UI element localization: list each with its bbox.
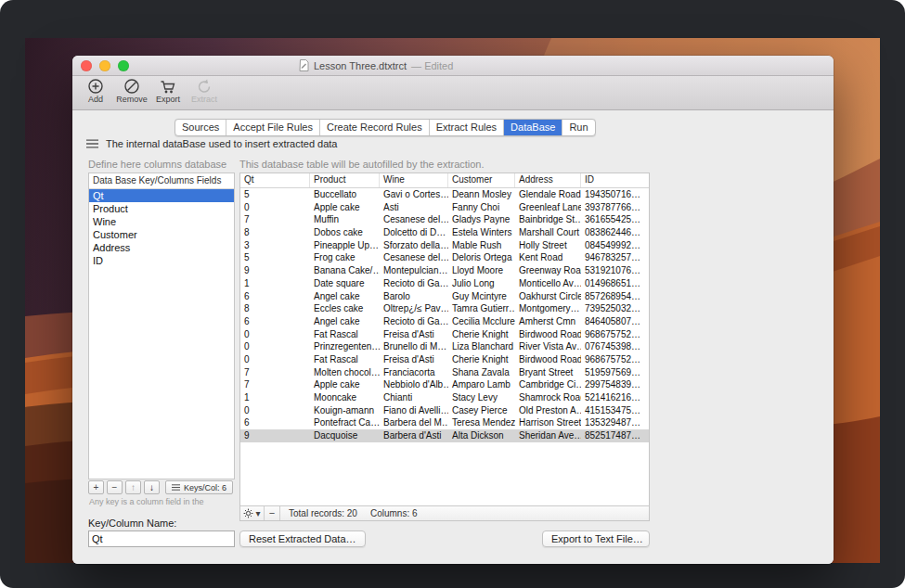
close-button[interactable] xyxy=(81,60,92,71)
table-cell: Date square xyxy=(310,277,380,290)
table-row[interactable]: 5BuccellatoGavi o Cortes…Deann MosleyGle… xyxy=(240,188,649,201)
field-row-product[interactable]: Product xyxy=(89,202,234,215)
table-row[interactable]: 6Angel cakeRecioto di Ga…Cecilia Mcclure… xyxy=(240,315,649,328)
table-cell: Franciacorta xyxy=(380,366,448,379)
table-cell: 0 xyxy=(240,201,310,214)
zoom-button[interactable] xyxy=(118,60,129,71)
table-cell: Mable Rush xyxy=(448,239,515,252)
tab-extract-rules[interactable]: Extract Rules xyxy=(430,120,504,135)
tab-database[interactable]: DataBase xyxy=(504,120,562,135)
table-cell: Cherie Knight xyxy=(448,328,515,341)
table-cell: Frog cake xyxy=(310,251,380,264)
table-cell: 6 xyxy=(240,315,310,328)
table-row[interactable]: 7MuffinCesanese del…Gladys PayneBainbrid… xyxy=(240,213,649,226)
table-cell: Oakhurst Circle xyxy=(515,290,581,303)
refresh-icon xyxy=(195,78,213,96)
table-cell: Holly Street xyxy=(515,239,581,252)
minimize-button[interactable] xyxy=(99,60,110,71)
info-bar: The internal dataBase used to insert ext… xyxy=(86,138,338,149)
key-column-name-input[interactable] xyxy=(88,530,235,547)
add-field-button[interactable]: + xyxy=(88,480,104,494)
field-row-customer[interactable]: Customer xyxy=(89,228,234,241)
tab-run[interactable]: Run xyxy=(562,120,594,135)
export-to-text-file-button[interactable]: Export to Text File… xyxy=(542,530,650,547)
table-row[interactable]: 0Prinzregenten…Brunello di M…Liza Blanch… xyxy=(240,340,649,353)
table-actions-button[interactable]: ▾ xyxy=(240,506,265,520)
table-row[interactable]: 3Pineapple Up…Sforzato della…Mable RushH… xyxy=(240,239,649,252)
table-row[interactable]: 9Banana Cake/…Montepulcian…Lloyd MooreGr… xyxy=(240,264,649,277)
tab-create-record-rules[interactable]: Create Record Rules xyxy=(320,120,430,135)
table-row[interactable]: 0Kouign-amannFiano di Avelli…Casey Pierc… xyxy=(240,404,649,417)
db-status-bar: ▾ − Total records: 20 Columns: 6 xyxy=(240,505,649,520)
table-cell: 521416216… xyxy=(581,391,649,404)
remove-button-label: Remove xyxy=(116,95,148,104)
column-header-wine[interactable]: Wine xyxy=(380,173,448,187)
table-cell: Harrison Street xyxy=(515,416,581,429)
table-cell: 0 xyxy=(240,404,310,417)
add-button[interactable]: Add xyxy=(80,78,111,104)
table-cell: Pineapple Up… xyxy=(310,239,380,252)
export-button[interactable]: Export xyxy=(152,78,184,104)
table-row[interactable]: 7Apple cakeNebbiolo d'Alb…Amparo LambCam… xyxy=(240,378,649,391)
fields-list-header[interactable]: Data Base Key/Columns Fields xyxy=(89,173,234,189)
fields-list-controls: + − ↑ ↓ Keys/Col: 6 xyxy=(88,480,233,494)
table-cell: Cesanese del… xyxy=(380,213,448,226)
table-cell: Liza Blanchard xyxy=(448,340,515,353)
desktop-bezel: Lesson Three.dtxtrct — Edited Add Remove xyxy=(0,0,905,588)
field-row-address[interactable]: Address xyxy=(89,241,234,254)
left-panel-caption: Define here columns database xyxy=(88,159,226,170)
field-row-wine[interactable]: Wine xyxy=(89,215,234,228)
table-row[interactable]: 1Date squareRecioto di Ga…Julio LongMont… xyxy=(240,277,649,290)
remove-button[interactable]: Remove xyxy=(116,78,148,104)
table-cell: 7 xyxy=(240,213,310,226)
tab-sources[interactable]: Sources xyxy=(175,120,226,135)
table-cell: Chianti xyxy=(380,391,448,404)
table-cell: 0 xyxy=(240,328,310,341)
table-cell: Fat Rascal xyxy=(310,353,380,366)
move-field-down-button[interactable]: ↓ xyxy=(144,480,160,494)
title-bar[interactable]: Lesson Three.dtxtrct — Edited xyxy=(72,56,834,76)
table-cell: 6 xyxy=(240,416,310,429)
table-cell: 083862446… xyxy=(581,226,649,239)
table-row[interactable]: 8Eccles cakeOltrep¿/≤ Pav…Tamra Gutierr…… xyxy=(240,302,649,315)
extract-button[interactable]: Extract xyxy=(188,78,220,104)
table-cell: 8 xyxy=(240,302,310,315)
table-cell: Deloris Ortega xyxy=(448,251,515,264)
table-row[interactable]: 1MooncakeChiantiStacy LevyShamrock Road5… xyxy=(240,391,649,404)
info-bar-text: The internal dataBase used to insert ext… xyxy=(106,138,338,149)
table-cell: Sforzato della… xyxy=(380,239,448,252)
remove-record-button[interactable]: − xyxy=(265,506,280,520)
toolbar: Add Remove Export xyxy=(72,76,834,110)
table-row[interactable]: 5Frog cakeCesanese del…Deloris OrtegaKen… xyxy=(240,251,649,264)
table-row[interactable]: 6Angel cakeBaroloGuy McintyreOakhurst Ci… xyxy=(240,290,649,303)
gear-icon xyxy=(243,508,253,518)
table-row[interactable]: 0Fat RascalFreisa d'AstiCherie KnightBir… xyxy=(240,353,649,366)
remove-field-button[interactable]: − xyxy=(107,480,123,494)
table-cell: 3 xyxy=(240,239,310,252)
table-cell: Buccellato xyxy=(310,188,380,201)
table-cell: Marshall Court xyxy=(515,226,581,239)
table-cell: 194350716… xyxy=(581,188,649,201)
table-row[interactable]: 8Dobos cakeDolcetto di D…Estela WintersM… xyxy=(240,226,649,239)
table-cell: Dacquoise xyxy=(310,429,380,442)
column-header-id[interactable]: ID xyxy=(581,173,649,187)
table-row[interactable]: 9DacquoiseBarbera d'AstiAlta DicksonSher… xyxy=(240,429,649,442)
cart-icon xyxy=(159,78,177,96)
move-field-up-button[interactable]: ↑ xyxy=(125,480,141,494)
field-row-qt[interactable]: Qt xyxy=(89,189,234,202)
table-row[interactable]: 6Pontefract Ca…Barbera del M…Teresa Mend… xyxy=(240,416,649,429)
table-cell: 852517487… xyxy=(581,429,649,442)
column-header-address[interactable]: Address xyxy=(515,173,581,187)
table-row[interactable]: 0Apple cakeAstiFanny ChoiGreenleaf Lane3… xyxy=(240,201,649,214)
column-header-qt[interactable]: Qt xyxy=(240,173,310,187)
column-header-customer[interactable]: Customer xyxy=(448,173,515,187)
field-row-id[interactable]: ID xyxy=(89,254,234,267)
table-cell: 5 xyxy=(240,251,310,264)
table-cell: Kent Road xyxy=(515,251,581,264)
table-row[interactable]: 7Molten chocol…FranciacortaShana ZavalaB… xyxy=(240,366,649,379)
table-row[interactable]: 0Fat RascalFreisa d'AstiCherie KnightBir… xyxy=(240,328,649,341)
tab-accept-file-rules[interactable]: Accept File Rules xyxy=(226,120,320,135)
column-header-product[interactable]: Product xyxy=(310,173,380,187)
table-cell: Monticello Av… xyxy=(515,277,581,290)
reset-extracted-data-button[interactable]: Reset Extracted Data… xyxy=(239,530,366,547)
